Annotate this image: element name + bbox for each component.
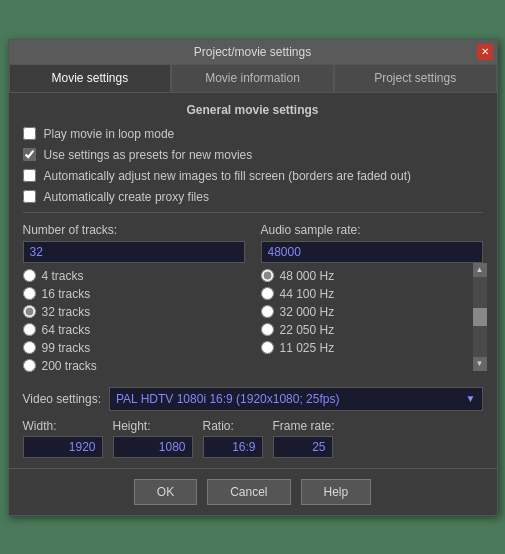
framerate-label: Frame rate:	[273, 419, 335, 433]
radio-32000: 32 000 Hz	[261, 305, 483, 319]
tracks-column: Number of tracks: 4 tracks 16 tracks 32 …	[23, 223, 245, 377]
audio-list-container: 48 000 Hz 44 100 Hz 32 000 Hz 22 050 Hz	[261, 241, 483, 355]
radio-200tracks: 200 tracks	[23, 359, 245, 373]
radio-16tracks: 16 tracks	[23, 287, 245, 301]
ratio-input[interactable]	[203, 436, 263, 458]
radio-22050: 22 050 Hz	[261, 323, 483, 337]
radio-11025: 11 025 Hz	[261, 341, 483, 355]
checkbox-fill-screen-input[interactable]	[23, 169, 36, 182]
scrollbar-thumb[interactable]	[473, 308, 487, 326]
radio-64tracks: 64 tracks	[23, 323, 245, 337]
bottom-buttons: OK Cancel Help	[9, 468, 497, 515]
checkbox-proxy-input[interactable]	[23, 190, 36, 203]
video-settings-dropdown[interactable]: PAL HDTV 1080i 16:9 (1920x1080; 25fps) ▼	[109, 387, 483, 411]
video-settings-row: Video settings: PAL HDTV 1080i 16:9 (192…	[23, 387, 483, 411]
close-button[interactable]: ✕	[477, 44, 493, 60]
divider	[23, 212, 483, 213]
radio-4tracks: 4 tracks	[23, 269, 245, 283]
audio-input[interactable]	[261, 241, 483, 263]
height-label: Height:	[113, 419, 193, 433]
radio-4tracks-input[interactable]	[23, 269, 36, 282]
tracks-audio-columns: Number of tracks: 4 tracks 16 tracks 32 …	[23, 223, 483, 377]
title-bar: Project/movie settings ✕	[9, 40, 497, 64]
radio-200tracks-input[interactable]	[23, 359, 36, 372]
tab-project-settings[interactable]: Project settings	[334, 64, 497, 92]
checkbox-presets: Use settings as presets for new movies	[23, 148, 483, 162]
scrollbar-up-arrow[interactable]: ▲	[473, 263, 487, 277]
radio-48000: 48 000 Hz	[261, 269, 483, 283]
audio-scrollbar[interactable]: ▲ ▼	[473, 263, 487, 371]
content-area: General movie settings Play movie in loo…	[9, 93, 497, 468]
radio-64tracks-input[interactable]	[23, 323, 36, 336]
tab-movie-information[interactable]: Movie information	[171, 64, 334, 92]
window-title: Project/movie settings	[194, 45, 311, 59]
audio-label: Audio sample rate:	[261, 223, 483, 237]
ok-button[interactable]: OK	[134, 479, 197, 505]
tab-bar: Movie settings Movie information Project…	[9, 64, 497, 93]
checkbox-presets-input[interactable]	[23, 148, 36, 161]
scrollbar-down-arrow[interactable]: ▼	[473, 357, 487, 371]
video-settings-label: Video settings:	[23, 392, 102, 406]
radio-32000-input[interactable]	[261, 305, 274, 318]
cancel-button[interactable]: Cancel	[207, 479, 290, 505]
dimensions-row: Width: Height: Ratio: Frame rate:	[23, 419, 483, 458]
width-group: Width:	[23, 419, 103, 458]
checkbox-fill-screen: Automatically adjust new images to fill …	[23, 169, 483, 183]
radio-44100: 44 100 Hz	[261, 287, 483, 301]
ratio-group: Ratio:	[203, 419, 263, 458]
framerate-input[interactable]	[273, 436, 333, 458]
radio-32tracks: 32 tracks	[23, 305, 245, 319]
help-button[interactable]: Help	[301, 479, 372, 505]
ratio-label: Ratio:	[203, 419, 263, 433]
radio-48000-input[interactable]	[261, 269, 274, 282]
tab-movie-settings[interactable]: Movie settings	[9, 64, 172, 92]
height-group: Height:	[113, 419, 193, 458]
main-window: Project/movie settings ✕ Movie settings …	[8, 39, 498, 516]
tracks-label: Number of tracks:	[23, 223, 245, 237]
radio-22050-input[interactable]	[261, 323, 274, 336]
radio-16tracks-input[interactable]	[23, 287, 36, 300]
radio-32tracks-input[interactable]	[23, 305, 36, 318]
radio-44100-input[interactable]	[261, 287, 274, 300]
checkbox-proxy: Automatically create proxy files	[23, 190, 483, 204]
checkbox-loop: Play movie in loop mode	[23, 127, 483, 141]
audio-column: Audio sample rate: 48 000 Hz 44 100 Hz 3…	[261, 223, 483, 377]
radio-11025-input[interactable]	[261, 341, 274, 354]
height-input[interactable]	[113, 436, 193, 458]
dropdown-arrow-icon: ▼	[466, 393, 476, 404]
tracks-input[interactable]	[23, 241, 245, 263]
width-label: Width:	[23, 419, 103, 433]
radio-99tracks-input[interactable]	[23, 341, 36, 354]
checkbox-loop-input[interactable]	[23, 127, 36, 140]
width-input[interactable]	[23, 436, 103, 458]
framerate-group: Frame rate:	[273, 419, 335, 458]
section-title: General movie settings	[23, 103, 483, 117]
radio-99tracks: 99 tracks	[23, 341, 245, 355]
